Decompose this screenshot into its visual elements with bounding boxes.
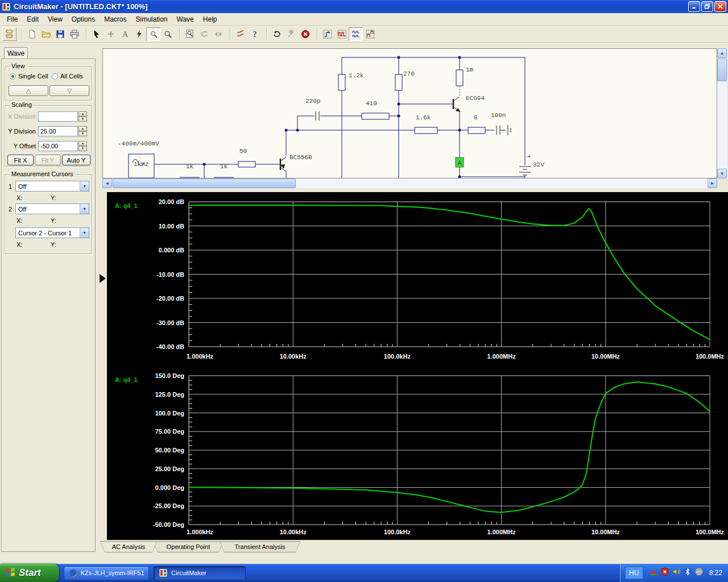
text-tool-button[interactable]: A xyxy=(118,27,132,41)
tab-wave[interactable]: Wave xyxy=(4,47,28,59)
y-division-input[interactable] xyxy=(38,126,78,136)
zoom-tool-button[interactable] xyxy=(160,27,175,41)
volume-icon[interactable] xyxy=(672,567,681,579)
cursor2-select[interactable]: Off ▼ xyxy=(15,203,89,214)
radio-all-cells[interactable]: All Cells xyxy=(52,73,83,80)
cursor2-number: 2 xyxy=(9,206,12,213)
start-button[interactable]: Start xyxy=(0,564,59,582)
tab-ac-analysis[interactable]: AC Analysis xyxy=(100,541,157,552)
menu-simulation[interactable]: Simulation xyxy=(131,14,172,24)
chevron-down-icon[interactable]: ▼ xyxy=(80,228,89,238)
svg-text:125.0 Deg: 125.0 Deg xyxy=(155,391,184,398)
panel-expander-arrow[interactable] xyxy=(100,274,106,283)
schematic-vertical-scrollbar[interactable]: ▲ ▼ xyxy=(717,48,727,178)
vertical-scroll-thumb[interactable] xyxy=(717,59,727,81)
restore-button[interactable] xyxy=(701,1,713,12)
spin-down-icon[interactable]: ▼ xyxy=(78,146,87,151)
tab-label: Operating Point xyxy=(154,542,223,552)
open-file-button[interactable] xyxy=(39,27,53,41)
waveform-mixed-button[interactable] xyxy=(363,27,377,41)
bluetooth-icon[interactable] xyxy=(683,567,692,579)
svg-text:100.0MHz: 100.0MHz xyxy=(696,529,725,535)
menu-macros[interactable]: Macros xyxy=(100,14,131,24)
schematic-view[interactable]: A 1.2k2701mECG94220p4101.6k8100n-400m/40… xyxy=(102,48,717,178)
cursor1-select[interactable]: Off ▼ xyxy=(15,181,89,192)
chevron-down-icon[interactable]: ▼ xyxy=(80,204,89,214)
new-file-icon xyxy=(27,30,36,39)
x-division-input[interactable] xyxy=(38,111,78,122)
probe-tool-button[interactable] xyxy=(146,27,160,41)
menu-help[interactable]: Help xyxy=(198,14,222,24)
task-label: KZs-JLH_symm-IRF51... xyxy=(81,569,144,576)
mirror-button[interactable] xyxy=(211,27,225,41)
probe-marker[interactable]: A xyxy=(456,157,464,167)
language-indicator[interactable]: HU xyxy=(625,567,643,579)
security-alert-icon[interactable] xyxy=(660,567,669,579)
parts-browser-icon xyxy=(5,30,14,39)
tab-transient-analysis[interactable]: Transient Analysis xyxy=(220,541,300,552)
scroll-left-icon[interactable]: ◄ xyxy=(102,178,112,188)
spin-down-icon[interactable]: ▼ xyxy=(78,117,87,122)
menu-options[interactable]: Options xyxy=(67,14,100,24)
ac-analysis-plot-panel[interactable]: 20.00 dB10.00 dB0.000 dB-10.00 dB-20.00 … xyxy=(107,192,728,540)
y-division-spinner[interactable]: ▲▼ xyxy=(78,126,87,136)
taskbar-task-firefox[interactable]: KZs-JLH_symm-IRF51... xyxy=(64,566,149,580)
menu-view[interactable]: View xyxy=(43,14,67,24)
stop-simulation-button[interactable] xyxy=(298,27,312,41)
close-button[interactable] xyxy=(714,1,726,12)
digital-options-button[interactable] xyxy=(233,27,247,41)
menu-wave[interactable]: Wave xyxy=(172,14,198,24)
scroll-up-icon[interactable]: ▲ xyxy=(717,48,727,58)
auto-y-button[interactable]: Auto Y xyxy=(62,155,90,165)
scroll-right-icon[interactable]: ► xyxy=(708,178,717,188)
fit-y-button[interactable]: Fit Y xyxy=(35,155,61,165)
print-button[interactable] xyxy=(67,27,81,41)
cursor-diff-select[interactable]: Cursor 2 - Cursor 1 ▼ xyxy=(15,227,89,238)
schematic-horizontal-scrollbar[interactable]: ◄ ► xyxy=(102,178,717,188)
x-division-spinner[interactable]: ▲▼ xyxy=(78,111,87,122)
spin-down-icon[interactable]: ▼ xyxy=(78,131,87,136)
spin-up-icon[interactable]: ▲ xyxy=(78,111,87,117)
firefox-icon xyxy=(69,568,77,577)
reset-button[interactable] xyxy=(270,27,284,41)
spin-up-icon[interactable]: ▲ xyxy=(78,141,87,146)
save-button[interactable] xyxy=(53,27,67,41)
wave-down-button[interactable]: ▽ xyxy=(49,85,89,96)
zoom-select-button[interactable] xyxy=(183,27,197,41)
y-offset-input[interactable] xyxy=(38,141,78,151)
delete-tool-button[interactable] xyxy=(132,27,146,41)
radio-single-cell[interactable]: Single Cell xyxy=(10,73,48,80)
schematic-wiring: A xyxy=(103,49,717,178)
chevron-down-icon[interactable]: ▼ xyxy=(80,181,89,191)
taskbar-task-circuitmaker[interactable]: CircuitMaker xyxy=(154,566,246,580)
waveform-square-button[interactable] xyxy=(334,27,349,41)
wire-tool-button[interactable] xyxy=(104,27,118,41)
circuitmaker-icon xyxy=(159,568,168,577)
help-button[interactable]: ? xyxy=(247,27,262,41)
fit-x-button[interactable]: Fit X xyxy=(7,155,34,165)
y-offset-spinner[interactable]: ▲▼ xyxy=(78,141,87,151)
svg-text:-20.00 dB: -20.00 dB xyxy=(156,295,184,302)
new-file-button[interactable] xyxy=(24,27,39,41)
wrench-button[interactable] xyxy=(284,27,298,41)
status-sphere-icon[interactable] xyxy=(694,567,704,579)
scroll-down-icon[interactable]: ▼ xyxy=(717,169,727,178)
component-label: 220p xyxy=(305,98,320,105)
parts-browser-button[interactable] xyxy=(2,27,16,41)
cursor-tool-button[interactable] xyxy=(89,27,104,41)
menu-file[interactable]: File xyxy=(2,14,22,24)
toolbar-separator xyxy=(266,28,267,40)
horizontal-scroll-thumb[interactable] xyxy=(113,178,296,188)
start-label: Start xyxy=(19,567,41,579)
spin-up-icon[interactable]: ▲ xyxy=(78,126,87,131)
graphics-icon[interactable] xyxy=(649,567,658,579)
wave-up-button[interactable]: △ xyxy=(9,85,48,96)
component-label: 1k xyxy=(186,163,193,170)
waveform-multi-button[interactable] xyxy=(349,27,363,41)
minimize-button[interactable] xyxy=(688,1,700,12)
rotate-button[interactable] xyxy=(197,27,211,41)
tab-operating-point[interactable]: Operating Point xyxy=(153,541,224,552)
svg-text:100.0MHz: 100.0MHz xyxy=(696,353,725,360)
waveform-step-button[interactable] xyxy=(320,27,334,41)
menu-edit[interactable]: Edit xyxy=(22,14,43,24)
